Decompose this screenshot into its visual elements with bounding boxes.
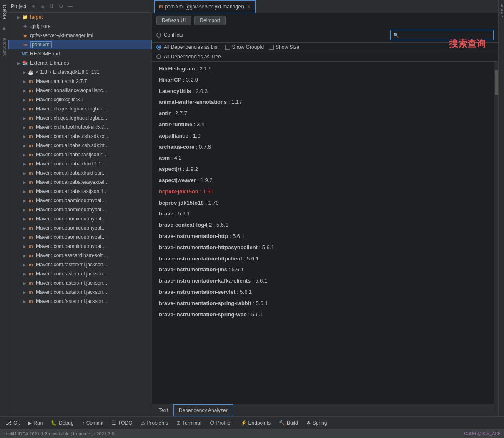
tree-label: Maven: com.alibaba.csb.sdk:cc... — [36, 133, 110, 139]
tree-item-maven-bm4[interactable]: ▶mMaven: com.baomidou:mybat... — [8, 223, 152, 233]
tree-item-readme[interactable]: MD README.md — [8, 49, 152, 58]
tree-item-maven-aop[interactable]: ▶mMaven: aopalliance:aopallianc... — [8, 86, 152, 95]
tree-item-maven-bm1[interactable]: ▶mMaven: com.baomidou:mybat... — [8, 196, 152, 205]
dep-list-item[interactable]: HikariCP : 3.2.0 — [152, 75, 494, 86]
tree-item-maven-fastjson1[interactable]: ▶mMaven: com.alibaba:fastjson:1... — [8, 187, 152, 196]
sidebar-structure-label[interactable]: Structure — [2, 34, 7, 60]
tree-item-gitignore[interactable]: ◈ .gitignore — [8, 22, 152, 31]
tree-item-target[interactable]: ▶ 📁 target — [8, 13, 152, 22]
inner-tab-dep-analyzer[interactable]: Dependency Analyzer — [173, 404, 233, 417]
tree-item-jdk[interactable]: ▶ ☕ < 1.8 > E:\Java\jdk1.8.0_131 — [8, 68, 152, 77]
dep-list-item[interactable]: LatencyUtils : 2.0.3 — [152, 86, 494, 97]
tree-label: Maven: cn.hutool:hutool-all:5.7... — [36, 124, 108, 130]
tree-item-maven-druid2[interactable]: ▶mMaven: com.alibaba:druid-spr... — [8, 168, 152, 178]
tree-item-maven-hutool[interactable]: ▶mMaven: cn.hutool:hutool-all:5.7... — [8, 123, 152, 132]
dep-list-item[interactable]: antlr : 2.7.7 — [152, 108, 494, 119]
tree-item-maven-esscard[interactable]: ▶mMaven: com.esscard:hsm-soft:... — [8, 251, 152, 260]
dep-list-item[interactable]: aopalliance : 1.0 — [152, 130, 494, 142]
bottom-tab-profiler[interactable]: ⏱Profiler — [206, 417, 236, 429]
sidebar-project-label[interactable]: Project — [2, 2, 7, 23]
dep-version: : 5.6.1 — [251, 278, 267, 284]
bottom-tab-debug[interactable]: 🐛Debug — [47, 417, 78, 429]
iml-icon: ◆ — [22, 32, 28, 39]
tree-item-maven-jackson2[interactable]: ▶mMaven: com.fasterxml.jackson... — [8, 269, 152, 278]
tree-item-maven-cglib[interactable]: ▶mMaven: cglib:cglib:3.1 — [8, 95, 152, 104]
arrow: ▶ — [22, 124, 28, 130]
dep-list-item[interactable]: bcprov-jdk15to18 : 1.70 — [152, 198, 494, 209]
bottom-tab-endpoints[interactable]: ⚡Endpoints — [236, 417, 275, 429]
dep-list-item[interactable]: brave-instrumentation-kafka-clients : 5.… — [152, 275, 494, 287]
tree-item-maven-fastjson2[interactable]: ▶mMaven: com.alibaba.fastjson2:... — [8, 150, 152, 159]
tree-label: Maven: com.alibaba.fastjson2:... — [36, 152, 108, 158]
search-input[interactable] — [401, 32, 491, 38]
dep-list-item[interactable]: brave : 5.6.1 — [152, 208, 494, 220]
arrow: ▶ — [22, 207, 28, 213]
refresh-ui-btn[interactable]: Refresh UI — [156, 16, 191, 25]
maven-icon: m — [28, 289, 34, 295]
tree-item-extlibs[interactable]: ▶ 📚 External Libraries — [8, 58, 152, 68]
dep-scrollbar[interactable] — [494, 62, 498, 416]
toolbar-icon-expand[interactable]: ⇅ — [48, 3, 55, 10]
show-size-checkbox[interactable]: Show Size — [269, 44, 299, 50]
bottom-tab-git[interactable]: ⎇Git — [2, 417, 24, 429]
right-side-rebel[interactable]: JRebel — [499, 3, 504, 17]
dep-name: aopalliance — [159, 133, 188, 139]
reimport-btn[interactable]: Reimport — [194, 16, 226, 25]
inner-tab-text[interactable]: Text — [154, 404, 173, 417]
dep-list-item[interactable]: brave-instrumentation-httpasyncclient : … — [152, 242, 494, 253]
bottom-tab-build[interactable]: 🔨Build — [275, 417, 302, 429]
sidebar-favorites[interactable]: ★ — [1, 23, 7, 34]
dep-scrollbar-thumb[interactable] — [495, 70, 498, 95]
dep-list-item[interactable]: aspectjweaver : 1.9.2 — [152, 175, 494, 186]
dep-list-item[interactable]: asm : 4.2 — [152, 153, 494, 164]
problems-icon: ⚠ — [141, 420, 145, 426]
tree-item-maven-logback1[interactable]: ▶mMaven: ch.qos.logback:logbac... — [8, 104, 152, 113]
dep-list-item[interactable]: brave-instrumentation-spring-web : 5.6.1 — [152, 309, 494, 320]
dep-list-item[interactable]: brave-instrumentation-httpclient : 5.6.1 — [152, 253, 494, 265]
tree-item-maven-easyexcel[interactable]: ▶mMaven: com.alibaba:easyexcel... — [8, 178, 152, 187]
bottom-tab-run[interactable]: ▶Run — [24, 417, 47, 429]
toolbar-icon-menu[interactable]: — — [66, 3, 74, 10]
show-groupid-checkbox[interactable]: Show GroupId — [225, 44, 264, 50]
tree-item-maven-bm6[interactable]: ▶mMaven: com.baomidou:mybat... — [8, 242, 152, 251]
tab-pom-xml[interactable]: m pom.xml (ggfw-server-ykt-manager) × — [154, 0, 256, 13]
tree-item-maven-csb1[interactable]: ▶mMaven: com.alibaba.csb.sdk:cc... — [8, 132, 152, 141]
all-tree-radio[interactable]: All Dependencies as Tree — [156, 54, 221, 60]
dep-list-item[interactable]: brave-instrumentation-jms : 5.6.1 — [152, 264, 494, 275]
bottom-tab-spring[interactable]: ☘Spring — [302, 417, 331, 429]
tree-item-maven-jackson5[interactable]: ▶mMaven: com.fasterxml.jackson... — [8, 297, 152, 306]
dep-list-item[interactable]: bcpkix-jdk15on : 1.60 — [152, 186, 494, 198]
toolbar-icon-collapse[interactable]: ≡ — [39, 3, 46, 10]
dep-list-item[interactable]: HdrHistogram : 2.1.9 — [152, 63, 494, 75]
tree-item-maven-bm5[interactable]: ▶mMaven: com.baomidou:mybat... — [8, 233, 152, 242]
tree-item-maven-logback2[interactable]: ▶mMaven: ch.qos.logback:logbac... — [8, 113, 152, 123]
bottom-tab-terminal[interactable]: ⊞Terminal — [172, 417, 205, 429]
bottom-tab-commit[interactable]: ↑Commit — [78, 417, 108, 429]
tree-item-maven-antlr[interactable]: ▶mMaven: antlr:antlr:2.7.7 — [8, 77, 152, 86]
dep-list-item[interactable]: aspectjrt : 1.9.2 — [152, 164, 494, 175]
tree-item-maven-jackson4[interactable]: ▶mMaven: com.fasterxml.jackson... — [8, 288, 152, 297]
bottom-tab-todo[interactable]: ☰TODO — [108, 417, 136, 429]
dep-list-item[interactable]: brave-instrumentation-http : 5.6.1 — [152, 231, 494, 242]
dep-list-item[interactable]: brave-instrumentation-servlet : 5.6.1 — [152, 287, 494, 298]
toolbar-icon-settings[interactable]: ⚙ — [57, 3, 65, 10]
tree-item-maven-druid1[interactable]: ▶mMaven: com.alibaba:druid:1.1... — [8, 159, 152, 168]
dep-list-item[interactable]: archaius-core : 0.7.6 — [152, 142, 494, 153]
tree-label: Maven: com.baomidou:mybat... — [36, 225, 105, 231]
dep-list-item[interactable]: animal-sniffer-annotations : 1.17 — [152, 97, 494, 108]
dep-list-item[interactable]: brave-instrumentation-spring-rabbit : 5.… — [152, 298, 494, 309]
tree-item-iml[interactable]: ◆ ggfw-server-ykt-manager.iml — [8, 31, 152, 40]
bottom-tab-problems[interactable]: ⚠Problems — [137, 417, 173, 429]
tab-close-btn[interactable]: × — [248, 4, 251, 10]
tree-item-pom[interactable]: m pom.xml — [8, 40, 152, 49]
conflicts-radio[interactable]: Conflicts — [156, 32, 183, 38]
toolbar-icon-home[interactable]: ⊞ — [30, 3, 37, 10]
tree-item-maven-csb2[interactable]: ▶mMaven: com.alibaba.csb.sdk:ht... — [8, 141, 152, 150]
tree-item-maven-bm3[interactable]: ▶mMaven: com.baomidou:mybat... — [8, 214, 152, 223]
tree-item-maven-bm2[interactable]: ▶mMaven: com.baomidou:mybat... — [8, 205, 152, 214]
dep-list-item[interactable]: antlr-runtime : 3.4 — [152, 119, 494, 130]
dep-list-item[interactable]: brave-context-log4j2 : 5.6.1 — [152, 220, 494, 231]
tree-item-maven-jackson3[interactable]: ▶mMaven: com.fasterxml.jackson... — [8, 278, 152, 288]
tree-item-maven-jackson1[interactable]: ▶mMaven: com.fasterxml.jackson... — [8, 260, 152, 269]
all-list-radio[interactable]: All Dependencies as List — [156, 44, 218, 50]
